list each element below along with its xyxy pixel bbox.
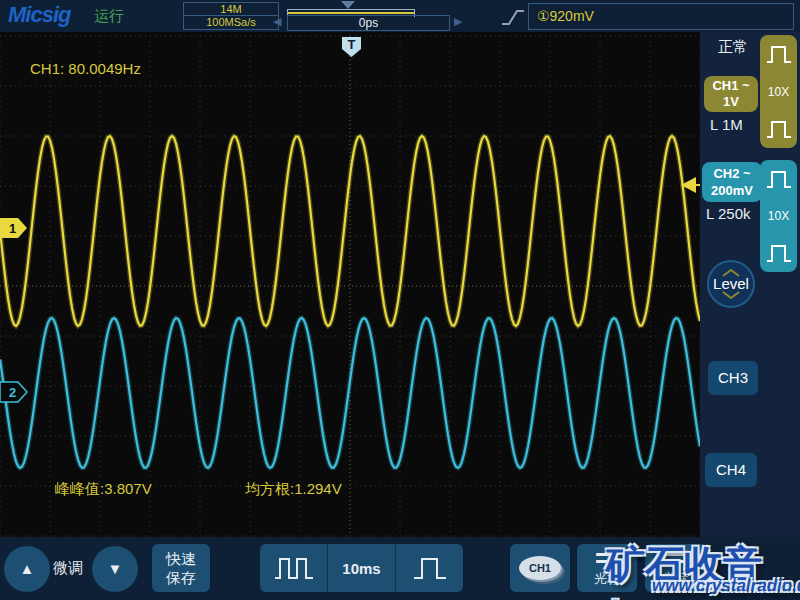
ch1-frequency-readout: CH1: 80.0049Hz xyxy=(30,60,141,77)
micsig-logo: Micsig xyxy=(8,2,70,28)
ch1-impedance: L 1M xyxy=(710,116,743,133)
ch1-label: CH1 ~ xyxy=(712,78,749,93)
chevron-down-icon[interactable] xyxy=(722,291,740,299)
cursor-label: 光标 xyxy=(594,570,620,588)
pulse-icon xyxy=(412,554,448,582)
ch3-button[interactable]: CH3 xyxy=(708,361,758,395)
ch1-scale: 1V xyxy=(723,94,739,109)
waveform-svg: 12 xyxy=(0,32,700,537)
rms-readout: 均方根:1.294V xyxy=(245,480,342,499)
trigger-source-label: CH1 xyxy=(519,556,561,580)
trigger-position-readout[interactable]: 0ps xyxy=(287,15,450,31)
pulse-icon xyxy=(766,242,792,264)
fine-tune-down-button[interactable]: ▼ xyxy=(92,546,138,592)
ch2-impedance: L 250k xyxy=(706,205,750,222)
trigger-mode-label: 正常 xyxy=(718,38,748,57)
trigger-level-readout[interactable]: ①920mV xyxy=(528,3,794,30)
cursor-button[interactable]: 光标 xyxy=(577,544,637,592)
level-label: Level xyxy=(713,277,749,291)
svg-text:2: 2 xyxy=(9,385,16,400)
ch2-scale: 200mV xyxy=(711,183,753,198)
ch1-button[interactable]: CH1 ~ 1V xyxy=(704,76,758,112)
timebase-group: 10ms xyxy=(260,544,463,592)
timebase-value[interactable]: 10ms xyxy=(327,544,395,592)
rising-edge-icon[interactable] xyxy=(500,7,526,27)
trigger-position-pointer-icon[interactable] xyxy=(341,1,355,9)
acquisition-info-box[interactable]: 14M 100MSa/s xyxy=(183,2,279,30)
peak-to-peak-readout: 峰峰值:3.807V xyxy=(55,480,152,499)
sample-rate: 100MSa/s xyxy=(184,16,278,29)
fine-tune-up-button[interactable]: ▲ xyxy=(4,546,50,592)
coordinate-label: 坐标 xyxy=(662,570,688,588)
ch2-probe-factor: 10X xyxy=(768,209,789,223)
coordinate-button[interactable]: 坐标 xyxy=(645,544,705,592)
waveform-display[interactable]: 12 CH1: 80.0049Hz 峰峰值:3.807V 均方根:1.294V … xyxy=(0,32,700,537)
ch2-button[interactable]: CH2 ~ 200mV xyxy=(702,162,762,202)
timebase-zoom-out-button[interactable] xyxy=(260,544,327,592)
ch4-button[interactable]: CH4 xyxy=(705,453,757,487)
pulse-icon xyxy=(766,168,792,190)
pulse-icon xyxy=(766,118,792,140)
fine-tune-label: 微调 xyxy=(53,559,83,578)
ch1-probe-factor: 10X xyxy=(768,85,789,99)
ch2-probe-button[interactable]: 10X xyxy=(760,160,797,272)
pan-left-icon[interactable]: ◀ xyxy=(273,15,281,28)
trigger-level-button[interactable]: Level xyxy=(707,260,755,308)
svg-text:1: 1 xyxy=(9,221,16,236)
run-status[interactable]: 运行 xyxy=(94,7,124,26)
cursor-lines-icon xyxy=(596,549,618,567)
slider-fill xyxy=(288,12,414,14)
timebase-zoom-in-button[interactable] xyxy=(395,544,463,592)
coordinate-lines-icon xyxy=(664,549,686,567)
trigger-source-button[interactable]: CH1 xyxy=(510,544,570,592)
ch2-label: CH2 ~ xyxy=(713,166,750,181)
right-sidebar: 正常 10X CH1 ~ 1V L 1M CH2 ~ 200mV L 250k … xyxy=(700,32,800,537)
memory-depth: 14M xyxy=(184,3,278,16)
quick-save-label: 快速保存 xyxy=(165,549,197,587)
quick-save-button[interactable]: 快速保存 xyxy=(152,544,210,592)
pan-right-icon[interactable]: ▶ xyxy=(454,15,462,28)
ch1-probe-button[interactable]: 10X xyxy=(760,35,797,148)
oscilloscope-screen: Micsig 运行 14M 100MSa/s ◀ 0ps ▶ ①920mV 12… xyxy=(0,0,800,600)
pulse-icon xyxy=(766,43,792,65)
bottom-bar: ▲ 微调 ▼ 快速保存 10ms CH1 光标 xyxy=(0,537,800,600)
double-pulse-icon xyxy=(273,554,315,582)
top-bar: Micsig 运行 14M 100MSa/s ◀ 0ps ▶ ①920mV xyxy=(0,0,800,32)
